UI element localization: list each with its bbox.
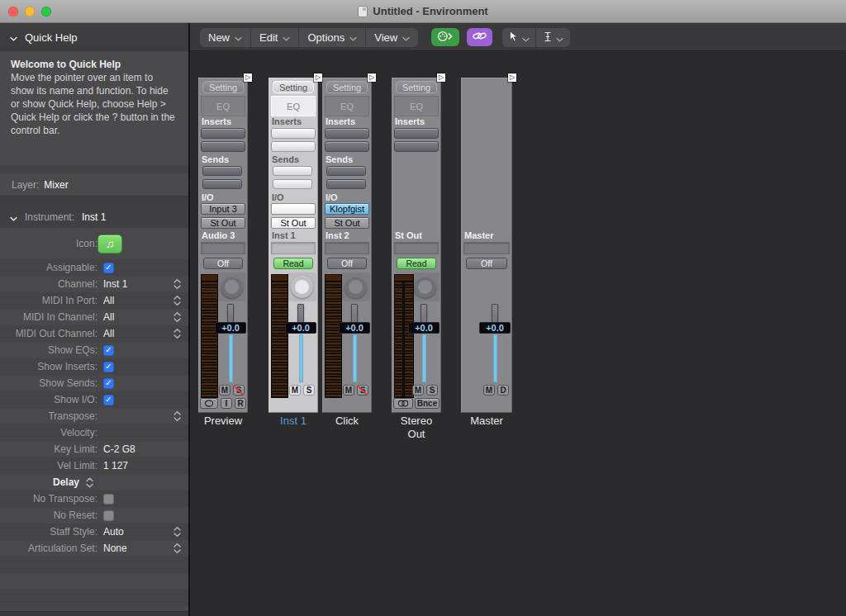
fader-value[interactable]: +0.0 [285, 322, 316, 334]
group-slot[interactable] [201, 242, 245, 254]
fader-track[interactable] [493, 334, 497, 382]
send-slot[interactable] [202, 179, 242, 189]
output-slot[interactable]: St Out [201, 217, 245, 229]
instrument-header[interactable]: Instrument: Inst 1 [0, 206, 188, 228]
insert-slot[interactable] [201, 128, 245, 139]
param-value[interactable]: All [103, 311, 114, 323]
send-slot[interactable] [273, 179, 312, 189]
record-enable-button[interactable]: R [235, 398, 246, 409]
send-slot[interactable] [273, 166, 312, 176]
strip-name-stereo-out[interactable]: Stereo Out [392, 415, 441, 440]
pan-knob[interactable] [345, 276, 367, 298]
pan-knob[interactable] [414, 276, 436, 298]
channel-strip-master[interactable]: ▷MasterOff+0.0MD [461, 78, 512, 413]
group-slot[interactable] [463, 242, 510, 254]
strip-name-inst-1[interactable]: Inst 1 [269, 415, 318, 428]
stereo-circles-icon[interactable] [393, 398, 413, 409]
group-slot[interactable] [271, 242, 316, 254]
cable-outlet-icon[interactable]: ▷ [437, 73, 445, 82]
group-slot[interactable] [325, 242, 369, 254]
send-slot[interactable] [326, 166, 366, 176]
bounce-button[interactable]: Bnce [415, 398, 440, 409]
stepper-control[interactable] [173, 527, 181, 538]
stepper-control[interactable] [86, 477, 93, 488]
quick-help-header[interactable]: Quick Help [0, 23, 188, 51]
param-value[interactable]: 1 127 [103, 460, 128, 471]
mute-button[interactable]: M [412, 385, 424, 396]
automation-button[interactable]: Off [466, 258, 507, 269]
output-slot[interactable]: St Out [271, 217, 316, 229]
fader-value[interactable]: +0.0 [339, 322, 370, 334]
automation-button[interactable]: Read [397, 258, 436, 269]
fader-track[interactable] [422, 334, 426, 382]
param-value[interactable]: Inst 1 [103, 278, 127, 290]
eq-slot[interactable]: EQ [394, 96, 439, 116]
automation-button[interactable]: Off [327, 258, 367, 269]
solo-button[interactable]: S [233, 385, 245, 396]
input-slot[interactable]: Klopfgist [325, 203, 369, 215]
automation-button[interactable]: Off [203, 258, 243, 269]
insert-slot[interactable] [325, 128, 369, 139]
insert-slot[interactable] [271, 141, 316, 152]
send-slot[interactable] [202, 166, 242, 176]
fader-value[interactable]: +0.0 [215, 322, 246, 334]
menu-button-view[interactable]: View [366, 28, 418, 47]
menu-button-edit[interactable]: Edit [251, 28, 299, 47]
stepper-control[interactable] [173, 296, 181, 306]
stepper-control[interactable] [173, 411, 181, 422]
fader-track[interactable] [229, 334, 233, 382]
mono-circle-icon[interactable] [200, 398, 218, 409]
minimize-button[interactable] [25, 7, 35, 17]
group-slot[interactable] [394, 242, 439, 254]
checkbox[interactable]: ✓ [103, 378, 114, 389]
tool-button-text[interactable] [536, 28, 570, 47]
mute-button[interactable]: M [343, 385, 354, 396]
channel-strip-preview[interactable]: ▷SettingEQInsertsSendsI/OInput 3St OutAu… [198, 78, 248, 413]
link-button[interactable] [467, 28, 492, 46]
mute-button[interactable]: M [219, 385, 231, 396]
setting-button[interactable]: Setting [326, 81, 368, 93]
checkbox[interactable]: ✓ [103, 345, 114, 356]
music-note-icon[interactable]: ♫ [97, 235, 122, 254]
fader-value[interactable]: +0.0 [479, 322, 511, 334]
checkbox[interactable]: ✓ [103, 395, 114, 405]
mute-button[interactable]: M [483, 385, 495, 396]
strip-name-click[interactable]: Click [322, 415, 372, 428]
zoom-button[interactable] [41, 7, 51, 17]
cable-outlet-icon[interactable]: ▷ [508, 73, 516, 82]
setting-button[interactable]: Setting [396, 81, 437, 93]
insert-slot[interactable] [325, 141, 369, 152]
cable-outlet-icon[interactable]: ▷ [244, 73, 252, 82]
cable-outlet-icon[interactable]: ▷ [314, 73, 322, 82]
menu-button-new[interactable]: New [200, 28, 251, 47]
fader-value[interactable]: +0.0 [408, 322, 440, 334]
layer-row[interactable]: Layer: Mixer [0, 173, 188, 196]
layer-value[interactable]: Mixer [44, 179, 68, 191]
param-value[interactable]: All [103, 295, 114, 306]
insert-slot[interactable] [201, 141, 245, 152]
setting-button[interactable]: Setting [202, 81, 244, 93]
fader-track[interactable] [299, 334, 303, 382]
insert-slot[interactable] [271, 128, 316, 139]
stepper-control[interactable] [173, 279, 181, 290]
mute-button[interactable]: M [289, 385, 301, 396]
param-value[interactable]: None [103, 543, 127, 554]
pan-knob[interactable] [291, 276, 313, 298]
automation-button[interactable]: Read [273, 258, 313, 269]
pan-knob[interactable] [221, 276, 243, 298]
checkbox[interactable]: ✓ [103, 263, 114, 273]
send-slot[interactable] [326, 179, 366, 189]
close-button[interactable] [8, 7, 18, 17]
checkbox[interactable]: ✓ [103, 362, 114, 372]
param-value[interactable]: All [103, 328, 114, 339]
channel-strip-inst-1[interactable]: ▷SettingEQInsertsSendsI/OSt OutInst 1Rea… [269, 78, 318, 413]
setting-button[interactable]: Setting [273, 81, 314, 93]
insert-slot[interactable] [394, 128, 439, 139]
input-slot[interactable]: Input 3 [201, 203, 245, 215]
stepper-control[interactable] [173, 543, 181, 554]
eq-slot[interactable]: EQ [201, 96, 245, 116]
insert-slot[interactable] [394, 141, 439, 152]
strip-name-preview[interactable]: Preview [198, 415, 248, 428]
fader-track[interactable] [353, 334, 357, 382]
checkbox[interactable] [103, 510, 114, 521]
